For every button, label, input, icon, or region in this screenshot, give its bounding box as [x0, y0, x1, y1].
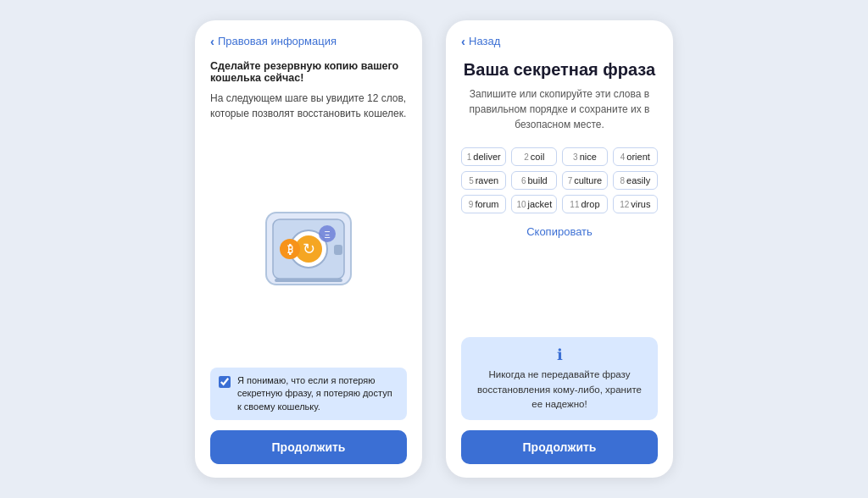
seed-word-item: 7culture: [562, 171, 607, 190]
left-card-description: На следующем шаге вы увидите 12 слов, ко…: [210, 91, 407, 121]
seed-word-item: 11drop: [562, 195, 607, 213]
left-card-title: Сделайте резервную копию вашего кошелька…: [210, 60, 407, 84]
understand-checkbox[interactable]: [219, 376, 231, 388]
seed-word-item: 6build: [511, 171, 557, 190]
right-card-subtitle: Запишите или скопируйте эти слова в прав…: [461, 86, 658, 132]
checkbox-row: Я понимаю, что если я потеряю секретную …: [210, 368, 407, 420]
seed-word-item: 12virus: [613, 195, 658, 213]
right-continue-button[interactable]: Продолжить: [461, 430, 658, 464]
seed-word-item: 5raven: [461, 171, 506, 190]
right-phone-card: ‹ Назад Ваша секретная фраза Запишите ил…: [446, 20, 673, 478]
seed-word-item: 4orient: [613, 147, 658, 166]
svg-text:↻: ↻: [303, 241, 315, 257]
seed-word-item: 2coil: [511, 147, 557, 166]
left-phone-card: ‹ Правовая информация Сделайте резервную…: [195, 20, 422, 478]
warning-box: ℹ Никогда не передавайте фразу восстанов…: [461, 337, 658, 420]
seed-word-item: 9forum: [461, 195, 506, 213]
seed-word-item: 10jacket: [511, 195, 557, 213]
safe-illustration: ↻ ₿ Ξ: [210, 135, 407, 359]
back-label-right: Назад: [469, 35, 500, 47]
back-label-left: Правовая информация: [218, 35, 337, 47]
back-link-right[interactable]: ‹ Назад: [461, 34, 658, 48]
right-card-title: Ваша секретная фраза: [461, 60, 658, 80]
checkbox-label: Я понимаю, что если я потеряю секретную …: [237, 374, 398, 413]
copy-link[interactable]: Скопировать: [461, 225, 658, 238]
left-continue-button[interactable]: Продолжить: [210, 430, 407, 464]
warning-text: Никогда не передавайте фразу восстановле…: [473, 368, 646, 412]
svg-rect-5: [334, 245, 342, 255]
svg-text:₿: ₿: [287, 243, 293, 256]
seed-word-grid: 1deliver2coil3nice4orient5raven6build7cu…: [461, 147, 658, 213]
svg-rect-10: [275, 279, 342, 282]
seed-word-item: 3nice: [562, 147, 607, 166]
seed-word-item: 8easily: [613, 171, 658, 190]
chevron-left-icon-right: ‹: [461, 34, 465, 48]
back-link-left[interactable]: ‹ Правовая информация: [210, 34, 407, 48]
seed-word-item: 1deliver: [461, 147, 506, 166]
svg-text:Ξ: Ξ: [324, 230, 330, 240]
warning-icon: ℹ: [473, 346, 646, 364]
chevron-left-icon: ‹: [210, 34, 214, 48]
safe-svg: ↻ ₿ Ξ: [249, 196, 368, 297]
